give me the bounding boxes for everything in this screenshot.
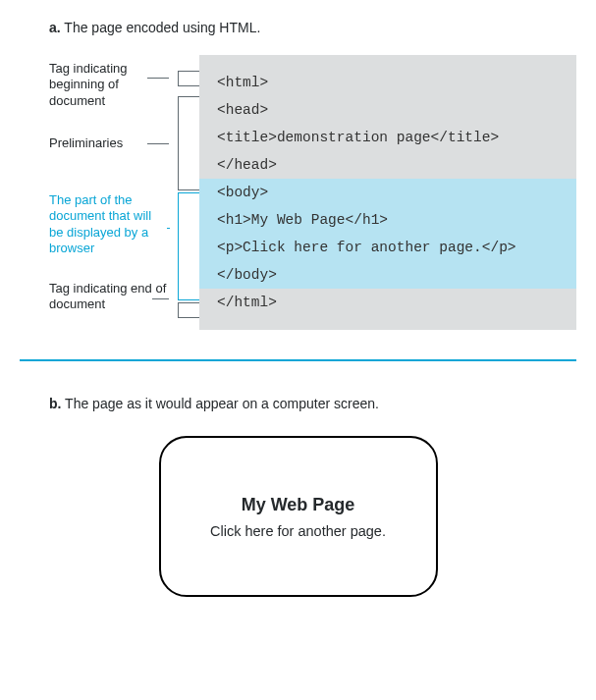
- code-title: <title>demonstration page</title>: [217, 124, 563, 151]
- caption-a-letter: a.: [49, 20, 61, 35]
- divider: [20, 359, 576, 361]
- rendered-heading: My Web Page: [242, 495, 355, 515]
- label-tag-end: Tag indicating end of document: [49, 281, 167, 313]
- code-p: <p>Click here for another page.</p>: [217, 234, 563, 261]
- code-body-close: </body>: [217, 261, 563, 289]
- caption-a: a. The page encoded using HTML.: [49, 20, 576, 35]
- code-html-open: <html>: [217, 69, 563, 96]
- code-h1: <h1>My Web Page</h1>: [217, 206, 563, 234]
- label-tag-begin: Tag indicating beginning of document: [49, 61, 167, 109]
- bracket-column: [172, 55, 199, 330]
- figure-a: Tag indicating beginning of document Pre…: [20, 55, 576, 330]
- code-block: <html> <head> <title>demonstration page<…: [199, 55, 576, 330]
- caption-b-text: The page as it would appear on a compute…: [65, 396, 379, 411]
- code-html-close: </html>: [217, 289, 563, 316]
- code-head-close: </head>: [217, 151, 563, 179]
- rendered-paragraph: Click here for another page.: [210, 523, 386, 539]
- caption-b: b. The page as it would appear on a comp…: [49, 396, 576, 411]
- bracket-body: [178, 192, 199, 300]
- code-head-open: <head>: [217, 96, 563, 124]
- caption-b-letter: b.: [49, 396, 61, 411]
- bracket-tag-end: [178, 302, 199, 318]
- caption-a-text: The page encoded using HTML.: [64, 20, 260, 35]
- label-column: Tag indicating beginning of document Pre…: [20, 55, 172, 330]
- browser-screen: My Web Page Click here for another page.: [159, 436, 438, 597]
- code-body-open: <body>: [217, 179, 563, 206]
- label-body: The part of the document that will be di…: [49, 192, 167, 256]
- code-body-section: <body> <h1>My Web Page</h1> <p>Click her…: [199, 179, 576, 289]
- bracket-tag-begin: [178, 71, 199, 86]
- bracket-prelim: [178, 96, 199, 190]
